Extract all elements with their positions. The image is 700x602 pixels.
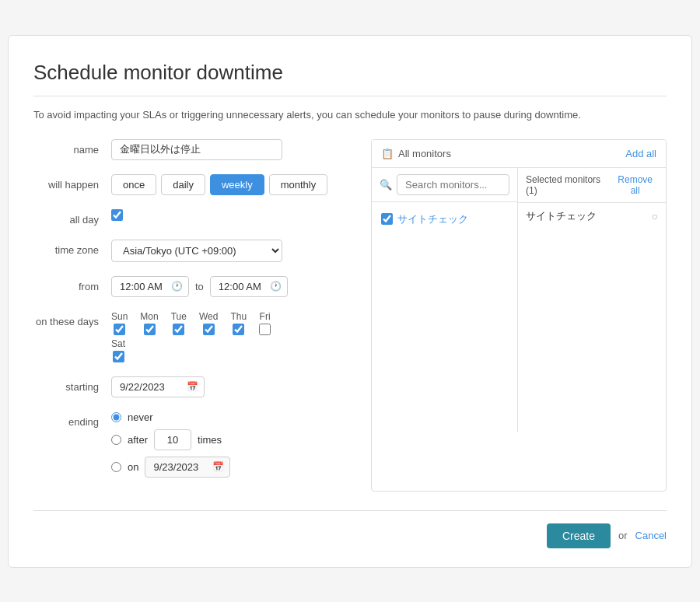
starting-date-wrapper: 📅 xyxy=(111,376,205,397)
selected-item: サイトチェック ○ xyxy=(518,203,666,229)
will-happen-row: will happen once daily weekly monthly xyxy=(33,174,352,195)
ending-control: never after times on xyxy=(111,411,352,478)
days-row-2: Sat xyxy=(111,338,352,362)
ending-never-label: never xyxy=(128,411,153,423)
to-label: to xyxy=(195,281,204,292)
remove-monitor-icon[interactable]: ○ xyxy=(652,210,658,222)
to-time-input[interactable] xyxy=(210,276,288,297)
monitor-checkbox[interactable] xyxy=(381,213,393,225)
day-mon-checkbox[interactable] xyxy=(144,324,156,335)
timezone-row: time zone Asia/Tokyo (UTC +09:00) UTC Am… xyxy=(33,240,352,262)
freq-once-btn[interactable]: once xyxy=(111,174,156,195)
day-sat: Sat xyxy=(111,338,125,362)
day-tue-checkbox[interactable] xyxy=(173,324,184,335)
on-these-days-row: on these days Sun Mon xyxy=(33,311,352,362)
timezone-label: time zone xyxy=(33,240,111,256)
selected-header: Selected monitors (1) Remove all xyxy=(518,168,666,203)
ending-on-date-input[interactable] xyxy=(145,457,230,478)
cancel-button[interactable]: Cancel xyxy=(635,530,667,541)
monitors-title: 📋 All monitors xyxy=(381,148,625,159)
starting-label: starting xyxy=(33,376,111,393)
will-happen-label: will happen xyxy=(33,174,111,191)
on-these-days-label: on these days xyxy=(33,311,111,327)
all-day-checkbox[interactable] xyxy=(111,209,123,221)
monitors-split: 🔍 サイトチェック Selected monitors (1) Remove a… xyxy=(372,168,666,432)
main-content: name will happen once daily weekly month… xyxy=(33,139,667,492)
title-divider xyxy=(33,96,667,96)
day-wed: Wed xyxy=(199,311,218,335)
day-sun: Sun xyxy=(111,311,128,335)
all-monitors-col: 🔍 サイトチェック xyxy=(372,168,518,432)
day-thu-label: Thu xyxy=(230,311,247,322)
ending-on-radio[interactable] xyxy=(111,462,121,472)
day-wed-label: Wed xyxy=(199,311,218,322)
timezone-select[interactable]: Asia/Tokyo (UTC +09:00) UTC America/New_… xyxy=(111,240,282,262)
from-time-input[interactable] xyxy=(111,276,189,297)
ending-row: ending never after times xyxy=(33,411,352,478)
days-grid: Sun Mon Tue xyxy=(111,311,352,362)
day-sun-label: Sun xyxy=(111,311,128,322)
all-day-row: all day xyxy=(33,209,352,226)
day-tue: Tue xyxy=(171,311,187,335)
day-sat-checkbox[interactable] xyxy=(113,351,124,362)
ending-after-radio[interactable] xyxy=(111,435,121,445)
from-to-row: from 🕐 to 🕐 xyxy=(33,276,352,297)
search-icon: 🔍 xyxy=(380,179,392,191)
ending-never-option: never xyxy=(111,411,352,423)
create-button[interactable]: Create xyxy=(547,523,611,548)
day-wed-checkbox[interactable] xyxy=(203,324,215,335)
selected-monitors-label: Selected monitors (1) xyxy=(526,174,612,196)
day-thu: Thu xyxy=(230,311,247,335)
remove-all-button[interactable]: Remove all xyxy=(612,174,658,196)
day-fri-label: Fri xyxy=(260,311,271,322)
day-fri-checkbox[interactable] xyxy=(259,324,271,335)
freq-monthly-btn[interactable]: monthly xyxy=(269,174,328,195)
monitors-icon: 📋 xyxy=(381,148,394,159)
ending-never-radio[interactable] xyxy=(111,412,121,422)
ending-on-label: on xyxy=(128,461,138,473)
ending-after-label: after xyxy=(128,434,148,446)
day-tue-label: Tue xyxy=(171,311,187,322)
name-label: name xyxy=(33,139,111,156)
add-all-button[interactable]: Add all xyxy=(625,148,656,159)
selected-monitor-name: サイトチェック xyxy=(526,209,597,223)
right-panel: 📋 All monitors Add all 🔍 サイトチェック xyxy=(371,139,667,492)
from-label: from xyxy=(33,276,111,292)
schedule-downtime-modal: Schedule monitor downtime To avoid impac… xyxy=(8,35,692,568)
ending-on-option: on 📅 xyxy=(111,457,352,478)
from-to-control: 🕐 to 🕐 xyxy=(111,276,352,297)
selected-monitors-col: Selected monitors (1) Remove all サイトチェック… xyxy=(518,168,666,432)
all-monitors-label: All monitors xyxy=(398,148,451,159)
days-row-1: Sun Mon Tue xyxy=(111,311,352,335)
name-control xyxy=(111,139,352,160)
time-row: 🕐 to 🕐 xyxy=(111,276,352,297)
starting-control: 📅 xyxy=(111,376,352,397)
left-panel: name will happen once daily weekly month… xyxy=(33,139,352,492)
list-item[interactable]: サイトチェック xyxy=(378,208,511,230)
search-box: 🔍 xyxy=(372,168,517,202)
modal-footer: Create or Cancel xyxy=(33,510,667,548)
timezone-control: Asia/Tokyo (UTC +09:00) UTC America/New_… xyxy=(111,240,352,262)
all-day-control xyxy=(111,209,352,221)
day-sun-checkbox[interactable] xyxy=(114,324,125,335)
ending-after-times-input[interactable] xyxy=(154,429,191,450)
all-day-label: all day xyxy=(33,209,111,226)
to-time-wrapper: 🕐 xyxy=(210,276,288,297)
ending-options: never after times on xyxy=(111,411,352,478)
starting-date-input[interactable] xyxy=(111,376,205,397)
ending-times-label: times xyxy=(198,434,222,446)
freq-daily-btn[interactable]: daily xyxy=(161,174,205,195)
name-row: name xyxy=(33,139,352,160)
monitor-name: サイトチェック xyxy=(397,212,468,226)
frequency-control: once daily weekly monthly xyxy=(111,174,352,195)
name-input[interactable] xyxy=(111,139,282,160)
starting-row: starting 📅 xyxy=(33,376,352,397)
freq-weekly-btn[interactable]: weekly xyxy=(210,174,264,195)
modal-subtitle: To avoid impacting your SLAs or triggeri… xyxy=(33,109,667,121)
day-thu-checkbox[interactable] xyxy=(233,324,244,335)
frequency-btn-group: once daily weekly monthly xyxy=(111,174,352,195)
search-input[interactable] xyxy=(397,174,509,195)
from-time-wrapper: 🕐 xyxy=(111,276,189,297)
day-mon: Mon xyxy=(140,311,158,335)
ending-label: ending xyxy=(33,411,111,428)
